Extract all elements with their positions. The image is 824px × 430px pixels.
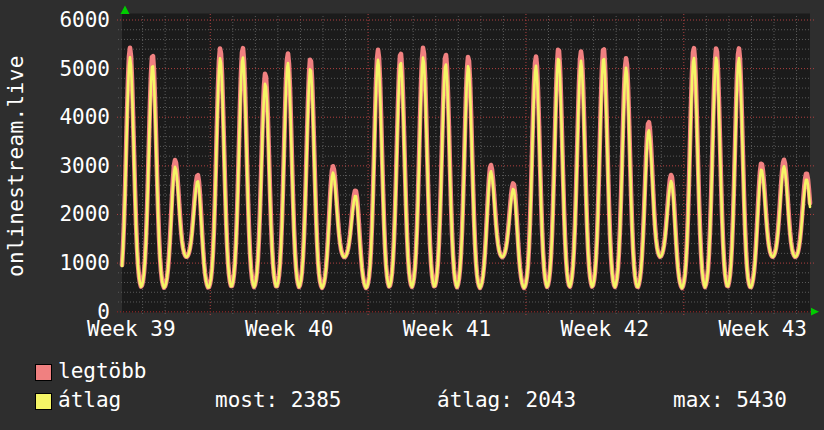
rrd-monitoring-graph: onlinestream.live 0100020003000400050006… — [0, 0, 824, 430]
stat-most-current: most: 2385 — [215, 389, 341, 412]
stat-max: max: 5430 — [673, 389, 787, 412]
x-tick-label: Week 43 — [683, 318, 824, 340]
y-axis-arrow-icon — [121, 6, 130, 15]
legend-swatch-legtobb — [35, 364, 52, 381]
x-tick-label: Week 41 — [367, 318, 527, 340]
y-tick-label: 5000 — [28, 58, 110, 80]
legend-label-legtobb: legtöbb — [58, 360, 147, 383]
stat-atlag-average: átlag: 2043 — [437, 389, 576, 412]
legend-swatch-atlag — [35, 393, 52, 410]
chart-plot-area — [0, 0, 824, 358]
y-tick-label: 1000 — [28, 252, 110, 274]
y-tick-label: 3000 — [28, 155, 110, 177]
y-tick-label: 4000 — [28, 106, 110, 128]
y-tick-label: 2000 — [28, 203, 110, 225]
x-tick-label: Week 42 — [525, 318, 685, 340]
x-tick-label: Week 40 — [209, 318, 369, 340]
y-tick-label: 6000 — [28, 9, 110, 31]
legend-label-atlag: átlag — [58, 389, 121, 412]
x-axis-arrow-icon — [811, 308, 819, 316]
x-tick-label: Week 39 — [51, 318, 211, 340]
